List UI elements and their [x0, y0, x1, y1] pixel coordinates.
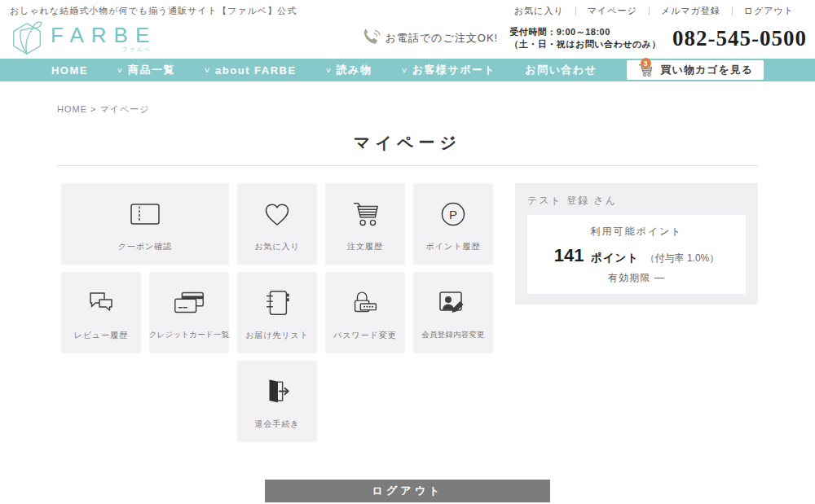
nav-item[interactable]: お問い合わせ: [525, 63, 597, 77]
tile-cart[interactable]: 注文履歴: [325, 183, 405, 265]
coupon-icon: [125, 196, 165, 232]
tile-row: レビュー履歴クレジットカード一覧お届け先リストパスワード変更会員登録内容変更: [61, 272, 493, 353]
nav-item[interactable]: ∨about FARBE: [205, 64, 297, 77]
address-book-icon: [262, 285, 293, 321]
logout-button[interactable]: ログアウト: [265, 480, 550, 502]
chevron-down-icon: ∨: [204, 66, 213, 74]
nav-item[interactable]: ∨お客様サポート: [402, 63, 496, 77]
points-box: 利用可能ポイント 141 ポイント （付与率 1.0%） 有効期限 —: [527, 215, 746, 294]
title-divider: [57, 165, 758, 166]
password-icon: [348, 285, 382, 321]
tile-password[interactable]: パスワード変更: [325, 272, 405, 353]
topbar-links: お気に入りマイページメルマガ登録ログアウト: [503, 7, 805, 15]
tile-grid: クーポン確認お気に入り注文履歴Pポイント履歴レビュー履歴クレジットカード一覧お届…: [61, 183, 493, 449]
tile-label: お気に入り: [254, 241, 300, 252]
nav-item-label: 商品一覧: [128, 63, 175, 77]
tile-withdraw[interactable]: 退会手続き: [237, 361, 317, 442]
nav-item-label: お問い合わせ: [525, 63, 597, 77]
tile-review[interactable]: レビュー履歴: [61, 272, 141, 353]
nav-item-label: 読み物: [337, 63, 372, 77]
phone-number: 082-545-0500: [672, 26, 807, 51]
point-icon: P: [437, 196, 469, 232]
points-line: 141 ポイント （付与率 1.0%）: [534, 245, 739, 266]
brand-sub: ファルベ: [122, 46, 152, 52]
topbar-link[interactable]: マイページ: [575, 7, 649, 15]
tile-label: 会員登録内容変更: [421, 330, 485, 340]
points-expiry: 有効期限 —: [534, 271, 739, 285]
cart-count-badge: 3: [641, 58, 651, 68]
member-edit-icon: [435, 285, 471, 321]
topbar-link[interactable]: ログアウト: [732, 7, 805, 15]
chevron-down-icon: ∨: [324, 66, 333, 74]
points-unit: ポイント: [591, 252, 639, 264]
tile-label: お届け先リスト: [245, 330, 309, 341]
tile-label: クレジットカード一覧: [149, 330, 230, 340]
points-panel: テスト 登録 さん 利用可能ポイント 141 ポイント （付与率 1.0%） 有…: [515, 183, 758, 305]
nav-items: HOME∨商品一覧∨about FARBE∨読み物∨お客様サポートお問い合わせ: [51, 63, 597, 77]
header-contact: お電話でのご注文OK! 受付時間：9:00～18:00 （土・日・祝はお問い合わ…: [361, 26, 807, 51]
chevron-down-icon: ∨: [117, 66, 126, 74]
tile-address-book[interactable]: お届け先リスト: [237, 272, 317, 353]
page-title: マイページ: [57, 132, 758, 154]
hours-line1: 受付時間：9:00～18:00: [509, 26, 661, 38]
hexagon-leaf-logo-icon: [10, 20, 44, 56]
nav-item[interactable]: HOME: [51, 64, 88, 77]
topbar: おしゃれな結婚式小物が何でも揃う通販サイト【ファルベ】公式 お気に入りマイページ…: [0, 0, 815, 21]
main-nav: HOME∨商品一覧∨about FARBE∨読み物∨お客様サポートお問い合わせ …: [0, 59, 815, 81]
tile-label: 退会手続き: [254, 419, 299, 430]
hours-line2: （土・日・祝はお問い合わせのみ）: [509, 38, 661, 50]
nav-item-label: HOME: [51, 64, 88, 77]
topbar-link[interactable]: お気に入り: [503, 7, 575, 15]
nav-item-label: お客様サポート: [412, 63, 496, 77]
cart-icon: [348, 196, 382, 232]
brand-wordmark: FARBE ファルベ: [51, 24, 156, 52]
reception-hours: 受付時間：9:00～18:00 （土・日・祝はお問い合わせのみ）: [509, 26, 661, 50]
points-rate-note: （付与率 1.0%）: [645, 252, 720, 264]
view-cart-label: 買い物カゴを見る: [661, 63, 754, 77]
mypage-main: クーポン確認お気に入り注文履歴Pポイント履歴レビュー履歴クレジットカード一覧お届…: [57, 183, 758, 449]
tile-heart[interactable]: お気に入り: [237, 183, 317, 265]
tile-label: 注文履歴: [347, 241, 383, 252]
brand-name: FARBE: [51, 24, 156, 46]
tile-row: クーポン確認お気に入り注文履歴Pポイント履歴: [61, 183, 493, 265]
site-tagline: おしゃれな結婚式小物が何でも揃う通販サイト【ファルベ】公式: [10, 5, 297, 17]
tile-row: 退会手続き: [61, 361, 493, 442]
tile-label: ポイント履歴: [426, 241, 481, 252]
breadcrumb-separator: >: [90, 104, 96, 114]
member-name: テスト 登録 さん: [527, 194, 746, 208]
tile-coupon[interactable]: クーポン確認: [61, 183, 229, 265]
tile-label: パスワード変更: [333, 330, 397, 341]
heart-icon: [262, 196, 292, 232]
phone-note: お電話でのご注文OK!: [361, 28, 499, 49]
topbar-link[interactable]: メルマガ登録: [649, 7, 732, 15]
view-cart-button[interactable]: 3 買い物カゴを見る: [627, 60, 764, 80]
cart-icon: 3: [637, 63, 654, 77]
points-value: 141: [554, 245, 584, 265]
brand-logo[interactable]: FARBE ファルベ: [10, 20, 156, 56]
tile-point[interactable]: Pポイント履歴: [413, 183, 493, 265]
tile-member-edit[interactable]: 会員登録内容変更: [413, 272, 493, 353]
available-points-label: 利用可能ポイント: [534, 225, 739, 239]
breadcrumb-item[interactable]: HOME: [57, 104, 87, 114]
phone-note-label: お電話でのご注文OK!: [385, 31, 499, 46]
header: FARBE ファルベ お電話でのご注文OK! 受付時間：9:00～18:00 （…: [0, 21, 815, 59]
content-container: HOME>マイページ マイページ クーポン確認お気に入り注文履歴Pポイント履歴レ…: [57, 103, 758, 502]
tile-label: クーポン確認: [118, 241, 173, 252]
credit-card-icon: [171, 285, 207, 321]
logout-area: ログアウト: [57, 480, 758, 502]
review-icon: [85, 285, 117, 321]
nav-item[interactable]: ∨読み物: [326, 63, 372, 77]
nav-item[interactable]: ∨商品一覧: [117, 63, 175, 77]
phone-icon: [361, 28, 381, 49]
breadcrumb-item: マイページ: [99, 104, 149, 114]
nav-item-label: about FARBE: [215, 64, 297, 77]
svg-text:P: P: [449, 207, 457, 221]
tile-label: レビュー履歴: [74, 330, 129, 341]
tile-credit-card[interactable]: クレジットカード一覧: [149, 272, 229, 353]
withdraw-icon: [262, 374, 293, 410]
breadcrumb: HOME>マイページ: [57, 103, 758, 116]
chevron-down-icon: ∨: [400, 66, 409, 74]
